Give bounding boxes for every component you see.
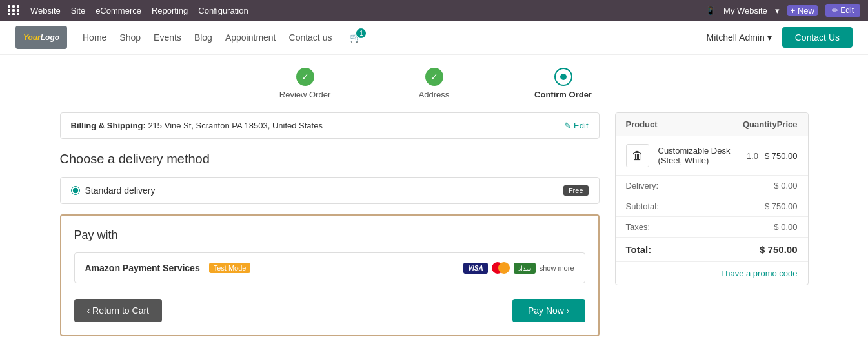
delivery-section-title: Choose a delivery method <box>60 152 600 167</box>
caret-icon: ▾ <box>767 32 772 43</box>
payment-method-name: Amazon Payment Services <box>85 263 200 273</box>
taxes-label: Taxes: <box>626 222 651 232</box>
main-layout: Billing & Shipping: 215 Vine St, Scranto… <box>47 106 822 348</box>
taxes-value: $ 0.00 <box>774 222 797 232</box>
admin-bar: Website Site eCommerce Reporting Configu… <box>0 0 868 21</box>
edit-button[interactable]: ✏ Edit <box>825 4 860 17</box>
delivery-option-standard: Standard delivery Free <box>60 177 600 204</box>
right-panel: Product Quantity Price 🗑 Customizable De… <box>615 112 809 347</box>
my-website-label[interactable]: My Website <box>723 6 767 15</box>
product-qty: 1.0 <box>747 151 758 161</box>
payment-method-row[interactable]: Amazon Payment Services Test Mode VISA س… <box>74 252 585 283</box>
pay-with-title: Pay with <box>74 229 585 242</box>
logo-text: YourLogo <box>23 33 59 42</box>
step-circle-confirm <box>554 68 572 86</box>
checkout-progress: ✓ Review Order ✓ Address Confirm Order <box>0 55 868 106</box>
product-name: Customizable Desk (Steel, White) <box>658 146 740 165</box>
step-label-address: Address <box>419 90 450 99</box>
delivery-label: Delivery: <box>626 181 659 190</box>
total-label: Total: <box>626 244 652 255</box>
billing-address-value: 215 Vine St, Scranton PA 18503, United S… <box>148 121 323 130</box>
step-review-order: ✓ Review Order <box>241 68 370 99</box>
sadad-icon: سداد <box>514 263 536 274</box>
delivery-radio[interactable] <box>71 186 80 195</box>
billing-edit-link[interactable]: ✎ Edit <box>564 121 588 130</box>
step-label-confirm: Confirm Order <box>534 90 592 99</box>
buttons-row: ‹ Return to Cart Pay Now › <box>74 299 585 322</box>
promo-code-link[interactable]: I have a promo code <box>616 262 808 285</box>
contact-us-button[interactable]: Contact Us <box>782 27 853 48</box>
delivery-value: $ 0.00 <box>774 181 797 190</box>
pay-with-box: Pay with Amazon Payment Services Test Mo… <box>60 214 600 336</box>
step-circle-address: ✓ <box>425 68 443 86</box>
header-product: Product <box>626 119 743 129</box>
admin-bar-ecommerce[interactable]: eCommerce <box>96 6 141 15</box>
summary-delivery-row: Delivery: $ 0.00 <box>616 176 808 196</box>
header-price: Price <box>777 119 798 129</box>
total-value: $ 750.00 <box>760 244 797 255</box>
step-confirm-order: Confirm Order <box>499 68 628 99</box>
nav-links: Home Shop Events Blog Appointment Contac… <box>83 32 361 43</box>
admin-bar-right: 📱 My Website ▾ + New ✏ Edit <box>705 4 860 17</box>
product-price: $ 750.00 <box>765 151 798 161</box>
billing-bar: Billing & Shipping: 215 Vine St, Scranto… <box>60 112 600 139</box>
summary-product-row: 🗑 Customizable Desk (Steel, White) 1.0 $… <box>616 136 808 176</box>
nav-shop[interactable]: Shop <box>119 32 141 43</box>
nav-bar: YourLogo Home Shop Events Blog Appointme… <box>0 21 868 55</box>
payment-method-info: Amazon Payment Services Test Mode <box>85 263 251 273</box>
step-label-review: Review Order <box>279 90 330 99</box>
summary-total-row: Total: $ 750.00 <box>616 238 808 262</box>
product-image: 🗑 <box>626 144 649 167</box>
billing-label: Billing & Shipping: <box>71 121 146 130</box>
summary-subtotal-row: Subtotal: $ 750.00 <box>616 196 808 217</box>
admin-user-label[interactable]: Mitchell Admin ▾ <box>706 32 771 43</box>
payment-icons: VISA سداد show more <box>463 262 574 274</box>
free-badge: Free <box>563 185 589 196</box>
left-panel: Billing & Shipping: 215 Vine St, Scranto… <box>60 112 600 347</box>
test-mode-badge: Test Mode <box>209 263 251 273</box>
show-more-link[interactable]: show more <box>540 264 574 272</box>
mobile-icon[interactable]: 📱 <box>705 6 716 15</box>
admin-bar-site[interactable]: Site <box>71 6 85 15</box>
cart-icon[interactable]: 🛒 1 <box>350 32 361 43</box>
admin-bar-reporting[interactable]: Reporting <box>152 6 188 15</box>
nav-contact-us[interactable]: Contact us <box>289 32 332 43</box>
logo[interactable]: YourLogo <box>15 26 67 49</box>
cart-count: 1 <box>356 28 366 38</box>
step-circle-review: ✓ <box>296 68 314 86</box>
mastercard-icon <box>492 262 510 274</box>
step-address: ✓ Address <box>370 68 499 99</box>
summary-header: Product Quantity Price <box>616 113 808 136</box>
new-badge[interactable]: + New <box>787 5 818 16</box>
summary-taxes-row: Taxes: $ 0.00 <box>616 217 808 238</box>
visa-icon: VISA <box>463 263 487 274</box>
delivery-option-label[interactable]: Standard delivery <box>71 185 156 196</box>
billing-address: Billing & Shipping: 215 Vine St, Scranto… <box>71 121 323 130</box>
admin-bar-left: Website Site eCommerce Reporting Configu… <box>8 5 248 15</box>
subtotal-value: $ 750.00 <box>765 201 798 211</box>
nav-blog[interactable]: Blog <box>194 32 212 43</box>
order-summary: Product Quantity Price 🗑 Customizable De… <box>615 112 809 285</box>
chevron-down-icon: ▾ <box>775 6 780 15</box>
pay-now-button[interactable]: Pay Now › <box>512 299 585 322</box>
subtotal-label: Subtotal: <box>626 201 659 211</box>
nav-home[interactable]: Home <box>83 32 106 43</box>
admin-bar-configuration[interactable]: Configuration <box>198 6 248 15</box>
apps-grid-icon[interactable] <box>8 5 20 15</box>
admin-bar-website-label[interactable]: Website <box>30 6 61 15</box>
nav-appointment[interactable]: Appointment <box>225 32 276 43</box>
nav-right: Mitchell Admin ▾ Contact Us <box>706 27 853 48</box>
return-to-cart-button[interactable]: ‹ Return to Cart <box>74 299 162 322</box>
header-qty: Quantity <box>743 119 777 129</box>
nav-events[interactable]: Events <box>154 32 181 43</box>
